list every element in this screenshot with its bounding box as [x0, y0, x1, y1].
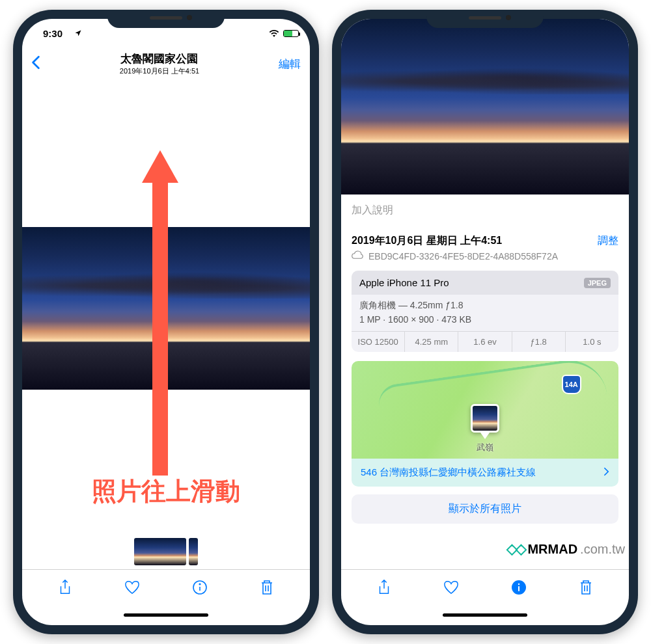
- thumbnail-next[interactable]: [189, 538, 198, 565]
- delete-button[interactable]: [259, 579, 275, 598]
- route-shield-icon: 14A: [562, 375, 581, 394]
- location-services-icon: [74, 28, 82, 39]
- map-address: 546 台灣南投縣仁愛鄉中橫公路霧社支線: [361, 466, 536, 479]
- share-button[interactable]: [376, 579, 392, 598]
- map-pin-label: 武嶺: [477, 442, 493, 453]
- map-pin: 武嶺: [471, 404, 499, 453]
- svg-point-1: [199, 584, 201, 585]
- info-panel[interactable]: 加入說明 2019年10月6日 星期日 上午4:51 調整 EBD9C4FD-3…: [341, 195, 629, 569]
- info-button-active[interactable]: [511, 579, 527, 598]
- notch: [107, 10, 225, 28]
- exif-grid: ISO 12500 4.25 mm 1.6 ev ƒ1.8 1.0 s: [352, 331, 618, 352]
- icloud-icon: [352, 250, 363, 262]
- home-indicator[interactable]: [22, 607, 310, 625]
- exif-shutter: 1.0 s: [566, 332, 618, 352]
- share-button[interactable]: [57, 579, 73, 598]
- map-card[interactable]: 14A 武嶺 546 台灣南投縣仁愛鄉中橫公路霧社支線: [352, 361, 618, 487]
- file-identifier: EBD9C4FD-3326-4FE5-8DE2-4A88D558F72A: [368, 251, 558, 262]
- add-caption-field[interactable]: 加入說明: [352, 195, 618, 225]
- home-indicator[interactable]: [341, 607, 629, 625]
- exif-lens: 廣角相機 — 4.25mm ƒ1.8: [359, 300, 611, 312]
- nav-subtitle: 2019年10月6日 上午4:51: [120, 66, 199, 76]
- show-in-all-photos-button[interactable]: 顯示於所有照片: [352, 494, 618, 524]
- nav-title-group: 太魯閣國家公園 2019年10月6日 上午4:51: [120, 51, 199, 76]
- watermark-logo-icon: ◇◇: [506, 541, 525, 557]
- watermark-brand: MRMAD: [527, 542, 577, 557]
- swipe-up-arrow-annotation: [142, 150, 178, 476]
- file-row: EBD9C4FD-3326-4FE5-8DE2-4A88D558F72A: [352, 250, 618, 271]
- exif-card: Apple iPhone 11 Pro JPEG 廣角相機 — 4.25mm ƒ…: [352, 271, 618, 352]
- wifi-icon: [269, 28, 279, 39]
- exif-aperture: ƒ1.8: [512, 332, 566, 352]
- battery-icon: [283, 30, 299, 37]
- photo-viewport[interactable]: 照片往上滑動: [22, 83, 310, 534]
- thumbnail-current[interactable]: [134, 538, 186, 565]
- back-button[interactable]: [31, 54, 40, 74]
- favorite-button[interactable]: [124, 579, 140, 598]
- phone-right: 加入說明 2019年10月6日 星期日 上午4:51 調整 EBD9C4FD-3…: [332, 10, 638, 634]
- exif-dimensions: 1 MP · 1600 × 900 · 473 KB: [359, 314, 611, 325]
- bottom-toolbar: [341, 569, 629, 607]
- nav-title: 太魯閣國家公園: [120, 51, 199, 66]
- status-time: 9:30: [43, 28, 62, 39]
- nav-bar: 太魯閣國家公園 2019年10月6日 上午4:51 編輯: [22, 47, 310, 83]
- screen-photo-info: 加入說明 2019年10月6日 星期日 上午4:51 調整 EBD9C4FD-3…: [341, 19, 629, 625]
- exif-device: Apple iPhone 11 Pro: [359, 277, 449, 288]
- swipe-up-label-annotation: 照片往上滑動: [92, 475, 240, 508]
- chevron-right-icon: [603, 467, 609, 478]
- screen-photo-viewer: 9:30 ⚡ 太魯閣國家公園 2019年10月6日 上午4:51 編輯: [22, 19, 310, 625]
- info-button[interactable]: [192, 579, 208, 598]
- thumbnail-strip[interactable]: [22, 534, 310, 569]
- svg-point-3: [518, 583, 519, 584]
- watermark-domain: .com.tw: [580, 542, 625, 557]
- photo-datetime: 2019年10月6日 星期日 上午4:51: [352, 234, 502, 248]
- edit-button[interactable]: 編輯: [279, 57, 301, 72]
- adjust-date-button[interactable]: 調整: [598, 234, 618, 248]
- photo-collapsed[interactable]: [341, 19, 629, 195]
- date-row: 2019年10月6日 星期日 上午4:51 調整: [352, 225, 618, 250]
- phone-left: 9:30 ⚡ 太魯閣國家公園 2019年10月6日 上午4:51 編輯: [13, 10, 319, 634]
- exif-ev: 1.6 ev: [458, 332, 512, 352]
- exif-focal: 4.25 mm: [405, 332, 458, 352]
- notch: [426, 10, 544, 28]
- map-preview[interactable]: 14A 武嶺: [352, 361, 618, 459]
- exif-iso: ISO 12500: [352, 332, 405, 352]
- exif-format-badge: JPEG: [584, 278, 611, 288]
- delete-button[interactable]: [578, 579, 594, 598]
- map-address-row[interactable]: 546 台灣南投縣仁愛鄉中橫公路霧社支線: [352, 459, 618, 487]
- favorite-button[interactable]: [443, 579, 459, 598]
- svg-rect-4: [518, 586, 519, 591]
- watermark: ◇◇ MRMAD.com.tw: [506, 541, 625, 557]
- bottom-toolbar: [22, 569, 310, 607]
